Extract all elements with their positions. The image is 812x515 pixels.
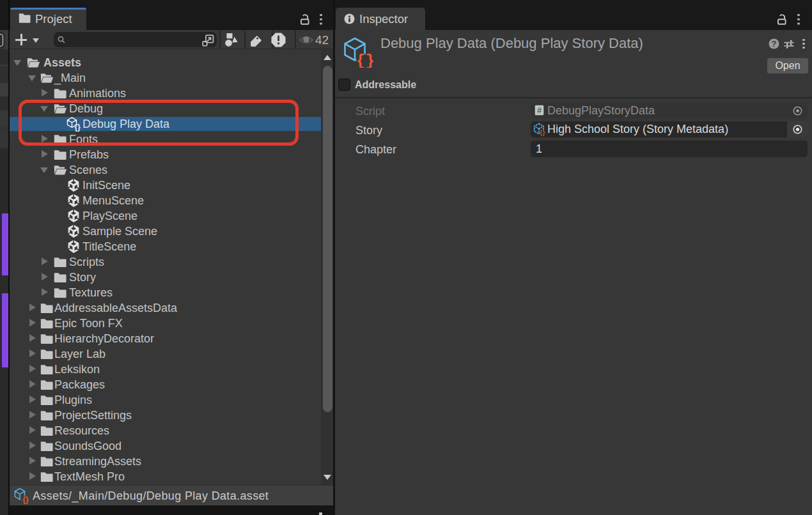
svg-text:#: # (537, 105, 542, 115)
svg-text:{}: {} (540, 128, 545, 136)
svg-text:{}: {} (356, 52, 373, 68)
svg-text:?: ? (772, 39, 777, 49)
svg-text:{}: {} (22, 495, 29, 504)
